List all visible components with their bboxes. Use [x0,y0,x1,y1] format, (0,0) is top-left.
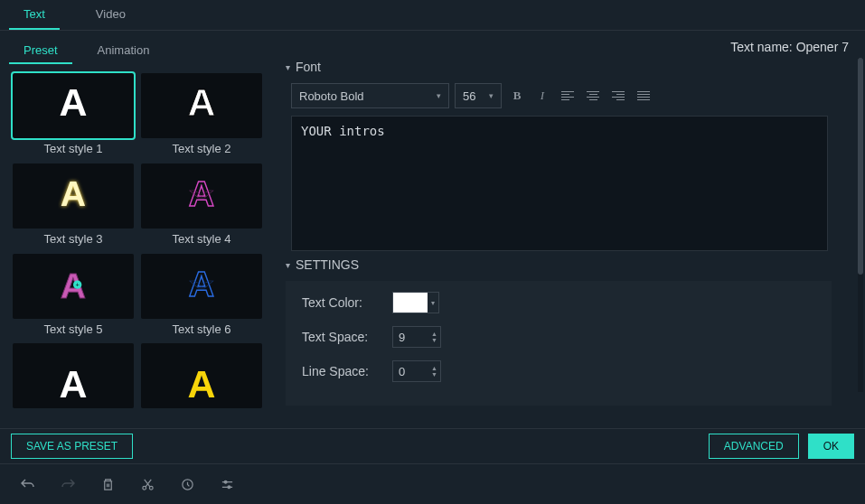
text-name: Text name: Opener 7 [286,40,849,54]
align-left-button[interactable] [558,86,578,106]
align-right-button[interactable] [608,86,628,106]
preset-item-2[interactable]: A Text style 2 [141,73,262,156]
chevron-down-icon: ▾ [437,91,441,100]
text-space-label: Text Space: [302,330,374,344]
chevron-down-icon: ▾ [286,62,290,72]
save-as-preset-button[interactable]: SAVE AS PRESET [11,434,133,459]
preset-item-5[interactable]: A+ Text style 5 [13,254,134,337]
svg-text:A: A [61,174,86,213]
preset-label: Text style 3 [13,232,134,246]
preset-label: Text style 2 [141,142,262,155]
line-space-label: Line Space: [302,364,374,378]
preset-label: Text style 5 [13,322,134,336]
preset-item-8[interactable]: A [141,343,262,409]
line-space-input[interactable]: 0 ▲▼ [392,360,441,382]
cut-icon[interactable] [139,476,155,492]
svg-text:A: A [61,266,86,305]
text-color-picker[interactable]: ▾ [392,292,439,313]
svg-point-13 [142,486,146,490]
svg-text:A: A [60,80,88,124]
svg-point-16 [224,481,227,483]
section-font[interactable]: ▾ Font [286,60,849,74]
preset-item-1[interactable]: A Text style 1 [13,73,134,156]
font-size-dropdown[interactable]: 56▾ [455,83,502,108]
preset-label: Text style 1 [13,142,134,155]
scrollbar[interactable] [858,58,863,392]
svg-point-17 [227,485,230,488]
svg-text:A: A [189,189,214,201]
tab-video[interactable]: Video [81,7,140,30]
trash-icon[interactable] [99,476,116,492]
sliders-icon[interactable] [219,476,235,492]
chevron-down-icon: ▾ [428,299,438,307]
svg-text:A: A [189,278,214,290]
redo-icon[interactable] [60,476,76,492]
svg-text:A: A [60,363,88,402]
align-center-button[interactable] [583,86,603,106]
svg-text:A: A [188,363,216,402]
subtab-animation[interactable]: Animation [83,40,165,64]
preset-item-3[interactable]: AA Text style 3 [13,163,134,247]
preset-item-4[interactable]: AA Text style 4 [141,163,262,247]
align-justify-button[interactable] [634,86,653,106]
ok-button[interactable]: OK [808,434,854,459]
svg-text:+: + [75,280,79,288]
advanced-button[interactable]: ADVANCED [709,434,799,459]
text-space-input[interactable]: 9 ▲▼ [392,326,441,348]
svg-point-14 [149,486,153,490]
preset-item-6[interactable]: AA Text style 6 [141,254,262,337]
preset-label: Text style 4 [141,232,262,246]
bold-button[interactable]: B [507,86,527,106]
subtab-preset[interactable]: Preset [9,40,72,64]
text-color-label: Text Color: [302,295,374,310]
tab-text[interactable]: Text [9,7,60,30]
text-content-input[interactable] [291,116,828,251]
undo-icon[interactable] [20,476,36,492]
italic-button[interactable]: I [532,86,552,106]
font-family-dropdown[interactable]: Roboto Bold▾ [291,83,449,108]
chevron-down-icon: ▾ [489,91,494,100]
section-settings[interactable]: ▾ SETTINGS [286,257,849,272]
clock-icon[interactable] [179,476,195,492]
svg-text:A: A [188,80,216,124]
chevron-down-icon: ▾ [286,260,290,270]
preset-item-7[interactable]: A [13,343,134,409]
preset-label: Text style 6 [141,322,262,336]
